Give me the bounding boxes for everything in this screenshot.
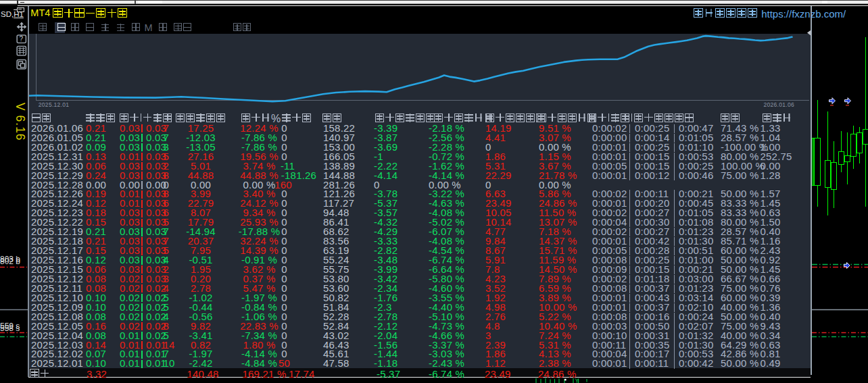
svg-text:?: ? <box>20 35 24 43</box>
